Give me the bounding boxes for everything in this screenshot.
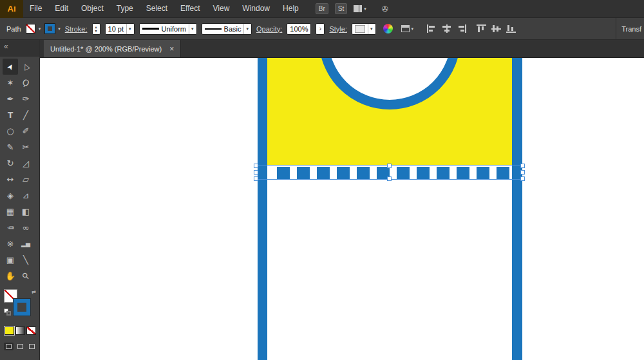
scissors-tool[interactable]: ✂ xyxy=(18,139,33,155)
menu-view[interactable]: View xyxy=(207,0,236,17)
transform-panel-link[interactable]: Transf xyxy=(616,18,644,39)
selected-square[interactable] xyxy=(417,167,430,179)
stroke-swatch[interactable] xyxy=(14,299,30,316)
magic-wand-tool[interactable]: ✶ xyxy=(3,75,18,91)
selected-square[interactable] xyxy=(297,167,310,179)
stroke-weight-select[interactable]: 10 pt▾ xyxy=(105,23,135,35)
selection-handle[interactable] xyxy=(387,176,392,181)
width-profile-preview-icon xyxy=(142,28,159,30)
paintbrush-tool[interactable]: ✐ xyxy=(18,123,33,139)
style-panel-link[interactable]: Style: xyxy=(329,25,347,33)
menu-effect[interactable]: Effect xyxy=(174,0,206,17)
pen-tool[interactable]: ✒ xyxy=(3,91,18,107)
default-fill-stroke-icon[interactable] xyxy=(4,308,12,316)
line-segment-tool[interactable]: ╱ xyxy=(18,107,33,123)
menu-select[interactable]: Select xyxy=(140,0,174,17)
perspective-grid-tool[interactable]: ⊿ xyxy=(18,187,33,204)
artwork-left-strap[interactable] xyxy=(258,58,267,360)
scale-tool[interactable]: ◿ xyxy=(18,155,33,171)
selected-square[interactable] xyxy=(277,167,290,179)
style-select[interactable]: ▾ xyxy=(352,23,376,35)
brush-preview-icon xyxy=(205,28,222,30)
selected-square[interactable] xyxy=(317,167,330,179)
horizontal-align-left-icon[interactable] xyxy=(427,24,437,33)
horizontal-align-center-icon[interactable] xyxy=(442,24,451,33)
tools-panel: « ➤▷✶Ϙ✒✑T╱○✐✎✂↻◿↔▱◈⊿▦◧✏∞※▂▅▣╲✋⚲ ⇄ xyxy=(0,40,40,360)
menu-type[interactable]: Type xyxy=(110,0,140,17)
artwork-right-strap[interactable] xyxy=(512,58,522,360)
selection-handle[interactable] xyxy=(520,176,525,181)
selection-handle[interactable] xyxy=(254,176,258,181)
share-icon[interactable]: ✇ xyxy=(382,5,388,14)
selected-square[interactable] xyxy=(457,167,469,179)
column-graph-tool[interactable]: ▂▅ xyxy=(18,236,33,252)
arrange-documents-icon[interactable]: ▾ xyxy=(354,5,366,12)
menu-file[interactable]: File xyxy=(23,0,48,17)
eyedropper-tool[interactable]: ✏ xyxy=(3,220,18,236)
horizontal-align-right-icon[interactable] xyxy=(457,24,466,33)
selection-handle[interactable] xyxy=(520,170,525,175)
gradient-tool[interactable]: ◧ xyxy=(18,204,33,220)
zoom-tool[interactable]: ⚲ xyxy=(18,268,33,284)
menu-window[interactable]: Window xyxy=(236,0,276,17)
eyedropper-tool-icon: ✏ xyxy=(7,223,14,232)
free-transform-tool[interactable]: ▱ xyxy=(18,171,33,187)
type-tool[interactable]: T xyxy=(3,107,18,123)
slice-tool[interactable]: ╲ xyxy=(18,252,33,268)
hand-tool[interactable]: ✋ xyxy=(3,268,18,284)
opacity-panel-link[interactable]: Opacity: xyxy=(256,25,282,33)
color-mode-button[interactable] xyxy=(5,327,14,335)
vertical-align-middle-icon[interactable] xyxy=(491,24,501,33)
opacity-arrow-button[interactable]: › xyxy=(316,23,325,35)
selected-square[interactable] xyxy=(337,167,350,179)
rotate-tool[interactable]: ↻ xyxy=(3,155,18,171)
stroke-color-control[interactable]: ▾ xyxy=(45,24,61,33)
symbol-sprayer-tool[interactable]: ※ xyxy=(3,236,18,252)
curvature-tool[interactable]: ✑ xyxy=(18,91,33,107)
stroke-weight-stepper[interactable]: ▴▾ xyxy=(92,23,100,35)
selected-square[interactable] xyxy=(477,167,489,179)
selected-square[interactable] xyxy=(437,167,450,179)
menu-edit[interactable]: Edit xyxy=(48,0,75,17)
direct-selection-tool[interactable]: ▷ xyxy=(18,59,33,75)
mesh-tool[interactable]: ▦ xyxy=(3,204,18,220)
select-similar-icon[interactable]: ▾ xyxy=(401,25,414,32)
brush-definition-select[interactable]: Basic▾ xyxy=(202,23,252,35)
canvas[interactable] xyxy=(40,58,644,360)
blend-tool[interactable]: ∞ xyxy=(18,220,33,236)
selection-tool[interactable]: ➤ xyxy=(3,59,18,75)
width-tool[interactable]: ↔ xyxy=(3,171,18,187)
selection-handle[interactable] xyxy=(254,164,258,168)
selected-square[interactable] xyxy=(397,167,410,179)
selection-handle[interactable] xyxy=(254,170,258,175)
pencil-tool[interactable]: ✎ xyxy=(3,139,18,155)
selection-handle[interactable] xyxy=(520,164,525,168)
recolor-artwork-icon[interactable] xyxy=(383,24,393,33)
ellipse-tool[interactable]: ○ xyxy=(3,123,18,139)
swap-fill-stroke-icon[interactable]: ⇄ xyxy=(32,289,36,295)
opacity-input[interactable]: 100% xyxy=(287,23,311,35)
lasso-tool[interactable]: Ϙ xyxy=(18,75,33,91)
document-tab[interactable]: Untitled-1* @ 200% (RGB/Preview) × xyxy=(44,40,181,57)
menu-object[interactable]: Object xyxy=(75,0,110,17)
fill-color-control[interactable]: ▾ xyxy=(26,24,41,33)
tab-close-icon[interactable]: × xyxy=(169,44,174,53)
collapse-panel-button[interactable]: « xyxy=(0,40,39,57)
draw-inside-button[interactable] xyxy=(27,343,37,350)
selected-square[interactable] xyxy=(357,167,370,179)
selected-square[interactable] xyxy=(497,167,509,179)
draw-normal-button[interactable] xyxy=(4,343,14,350)
none-mode-button[interactable] xyxy=(26,327,36,335)
stroke-panel-link[interactable]: Stroke: xyxy=(65,25,88,33)
stock-button[interactable]: St xyxy=(335,3,347,14)
width-profile-select[interactable]: Uniform▾ xyxy=(139,23,197,35)
menu-help[interactable]: Help xyxy=(276,0,305,17)
bridge-button[interactable]: Br xyxy=(316,3,328,14)
vertical-align-bottom-icon[interactable] xyxy=(506,24,516,33)
selection-handle[interactable] xyxy=(387,164,392,168)
draw-behind-button[interactable] xyxy=(15,343,25,350)
artboard-tool[interactable]: ▣ xyxy=(3,252,18,268)
gradient-mode-button[interactable] xyxy=(15,327,25,335)
shape-builder-tool[interactable]: ◈ xyxy=(3,187,18,204)
vertical-align-top-icon[interactable] xyxy=(477,24,486,33)
